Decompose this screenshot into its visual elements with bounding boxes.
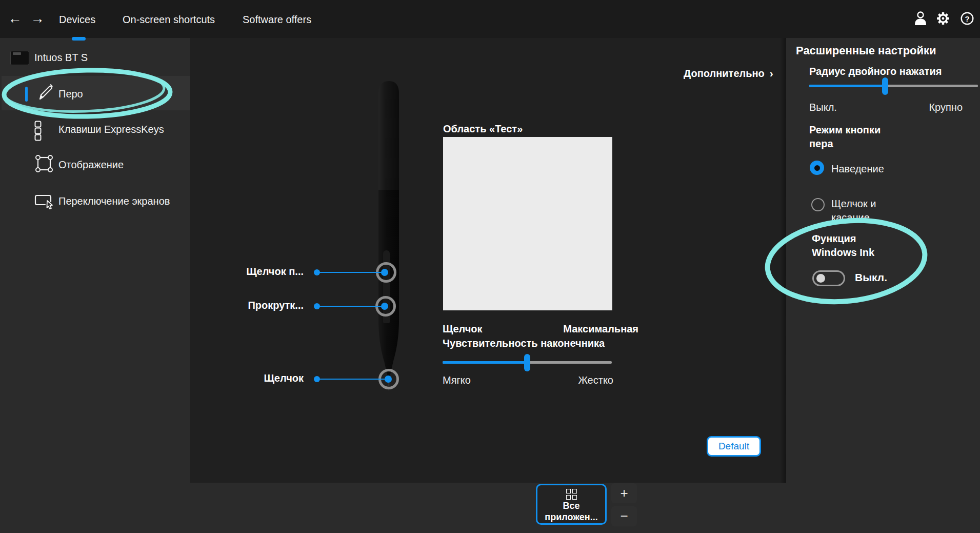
radio-click-tap-mode-label[interactable]: Щелчок и касание [831,197,894,225]
tab-software-offers[interactable]: Software offers [243,14,311,26]
pen-tip-function-label[interactable]: Щелчок [215,372,304,384]
zoom-out-button[interactable]: − [611,506,637,526]
windows-ink-state-label: Выкл. [855,271,887,284]
advanced-link-label: Дополнительно [684,68,765,79]
back-button[interactable]: ← [5,8,25,29]
pressure-header-row: Щелчок Максимальная [443,323,638,335]
sidebar-item-pen-label: Перо [58,88,83,100]
windows-ink-toggle[interactable] [812,270,845,286]
default-button[interactable]: Default [707,436,761,457]
callout-line [317,306,385,307]
double-tap-slider-fill [809,85,885,87]
callout-line [317,272,385,273]
double-tap-max-label: Крупно [929,102,963,113]
tab-onscreen-shortcuts[interactable]: On-screen shortcuts [123,14,215,26]
wacom-settings-window: ← → Devices On-screen shortcuts Software… [0,0,980,533]
forward-arrow-icon: → [31,11,45,27]
sidebar-item-display-switch-label: Переключение экранов [58,195,170,207]
sidebar-item-pen[interactable] [2,76,191,110]
chevron-right-icon: › [770,67,773,79]
sidebar-item-mapping-label: Отображение [58,159,124,171]
radio-hover-mode[interactable] [810,161,824,175]
test-area-canvas[interactable] [443,137,612,310]
all-applications-button[interactable]: Все приложен... [536,484,607,525]
double-tap-slider-thumb[interactable] [882,77,888,95]
lower-button-function-label[interactable]: Прокрутк... [215,300,304,311]
mapping-icon [35,154,53,173]
expresskeys-icon [34,120,42,142]
toggle-knob [816,274,825,283]
windows-ink-title: Функция Windows Ink [812,232,893,260]
callout-dot [381,269,388,276]
radio-hover-mode-label[interactable]: Наведение [831,162,884,176]
pressure-header-right: Максимальная [563,323,638,335]
pen-illustration [376,81,401,398]
display-switch-icon [34,193,54,209]
double-tap-radius-title: Радиус двойного нажатия [809,66,942,77]
help-icon[interactable]: ? [959,9,975,28]
tab-devices[interactable]: Devices [59,14,95,26]
pen-icon [37,84,54,102]
user-icon[interactable] [913,9,928,28]
pressure-max-label: Жестко [578,374,613,386]
zoom-in-button[interactable]: + [611,483,637,503]
tablet-device-icon [10,51,29,65]
advanced-link[interactable]: Дополнительно› [684,67,773,80]
windows-ink-annotation-ellipse [764,213,929,309]
advanced-settings-title: Расширенные настройки [796,44,936,57]
all-applications-label: Все приложен... [538,501,604,523]
pressure-min-label: Мягко [443,374,471,386]
gear-icon[interactable] [935,9,951,28]
selected-item-indicator [25,87,28,102]
forward-button[interactable]: → [28,8,47,29]
back-arrow-icon: ← [8,11,22,27]
radio-selected-dot [814,165,820,171]
pen-button-mode-title: Режим кнопки пера [809,123,902,151]
tip-sensitivity-slider-fill [443,361,527,364]
sidebar-item-expresskeys-label: Клавиши ExpressKeys [58,124,164,135]
callout-line [317,379,388,380]
apps-grid-icon [566,489,577,500]
double-tap-min-label: Выкл. [809,102,837,113]
callout-dot [385,376,392,383]
upper-button-function-label[interactable]: Щелчок п... [215,266,304,278]
double-tap-scale-row: Выкл. Крупно [809,102,963,113]
tip-sensitivity-title: Чувствительность наконечника [443,338,605,349]
callout-dot [381,303,388,310]
pressure-header-left: Щелчок [443,323,483,335]
tip-sensitivity-slider-thumb[interactable] [524,354,530,371]
device-name[interactable]: Intuos BT S [34,52,88,64]
radio-click-tap-mode[interactable] [811,198,825,211]
active-tab-indicator [72,37,86,41]
svg-text:?: ? [965,14,969,23]
panel-edge-shadow [780,38,786,483]
double-tap-slider-track[interactable] [809,85,978,87]
pressure-scale-row: Мягко Жестко [443,374,613,386]
test-area-label: Область «Тест» [443,123,523,135]
